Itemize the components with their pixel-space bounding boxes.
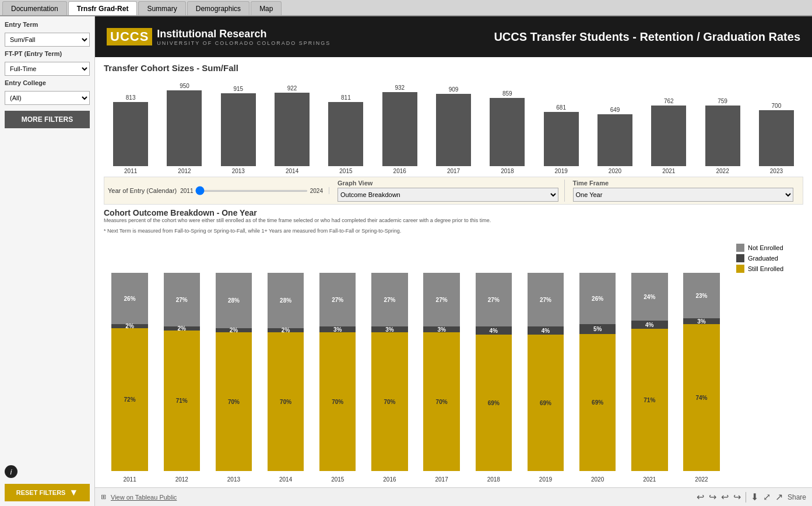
cohort-bar-group: 759 2022	[695, 98, 749, 174]
outcome-title: Cohort Outcome Breakdown - One Year	[104, 208, 803, 217]
page-title: UCCS Transfer Students - Retention / Gra…	[494, 30, 800, 44]
entry-term-label: Entry Term	[5, 21, 90, 28]
funnel-icon: ▼	[69, 487, 78, 498]
cohort-bar[interactable]	[705, 106, 740, 166]
forward-icon[interactable]: ↪	[733, 491, 741, 503]
seg-not-enrolled: 26%	[111, 273, 147, 324]
outcome-bar-group: 27% 4% 69% 2018	[467, 273, 519, 483]
more-filters-button[interactable]: MORE FILTERS	[5, 111, 90, 128]
seg-graduated: 2%	[268, 328, 304, 332]
entry-term-select[interactable]: Sum/Fall	[5, 33, 90, 47]
seg-graduated: 2%	[111, 324, 147, 328]
seg-graduated: 3%	[371, 326, 407, 332]
cohort-bar[interactable]	[490, 98, 525, 166]
graph-view-select[interactable]: Outcome Breakdown Graduation Rate Retent…	[338, 188, 558, 202]
seg-not-enrolled: 28%	[268, 273, 304, 328]
stacked-bar[interactable]: 24% 4% 71%	[631, 273, 667, 475]
tab-summary[interactable]: Summary	[138, 1, 185, 15]
cohort-bar[interactable]	[167, 90, 202, 166]
year-start-label: 2011	[180, 188, 193, 194]
cohort-bar[interactable]	[759, 110, 794, 166]
cohort-bar-group: 700 2023	[750, 103, 803, 174]
cohort-bar[interactable]	[275, 93, 310, 166]
header: UCCS Institutional Research UNIVERSITY O…	[95, 16, 812, 57]
cohort-chart: 813 2011 950 2012 915 2013 922 2014 811 …	[104, 75, 803, 174]
tab-demographics[interactable]: Demographics	[187, 1, 249, 15]
year-end-label: 2024	[310, 188, 323, 194]
seg-not-enrolled: 26%	[579, 273, 616, 324]
cohort-bar[interactable]	[221, 93, 256, 166]
cohort-bar[interactable]	[113, 102, 148, 166]
expand-icon[interactable]: ⤢	[763, 491, 771, 503]
year-range-section: Year of Entry (Calendar) 2011 2024	[108, 187, 329, 194]
seg-graduated: 4%	[631, 321, 667, 329]
cohort-bar-group: 649 2020	[588, 107, 642, 174]
redo-icon[interactable]: ↪	[709, 491, 716, 503]
stacked-bar[interactable]: 28% 2% 70%	[216, 273, 252, 475]
year-range-slider[interactable]	[195, 190, 307, 192]
seg-graduated: 2%	[164, 326, 200, 331]
sidebar: Entry Term Sum/Fall FT-PT (Entry Term) F…	[0, 16, 95, 506]
stacked-bar[interactable]: 26% 5% 69%	[579, 273, 616, 475]
legend-not-enrolled-label: Not Enrolled	[748, 244, 783, 251]
outcome-section: Cohort Outcome Breakdown - One Year Meas…	[104, 208, 803, 483]
cohort-bar[interactable]	[544, 112, 579, 166]
cohort-bar[interactable]	[651, 106, 686, 166]
seg-graduated: 5%	[579, 324, 616, 334]
time-frame-select[interactable]: One Year Two Year Three Year Four Year F…	[573, 188, 794, 202]
seg-not-enrolled: 23%	[683, 273, 719, 318]
tableau-link[interactable]: View on Tableau Public	[111, 494, 177, 501]
uccs-logo: UCCS	[107, 28, 152, 45]
tab-trnsfr-grad-ret[interactable]: Trnsfr Grad-Ret	[68, 1, 138, 15]
outcome-bar-group: 23% 3% 74% 2022	[676, 273, 727, 483]
seg-still-enrolled: 70%	[319, 332, 356, 471]
cohort-bar-group: 950 2012	[157, 83, 211, 174]
cohort-bar-group: 915 2013	[212, 86, 265, 174]
stacked-bar[interactable]: 27% 4% 69%	[528, 273, 564, 475]
stacked-bar[interactable]: 23% 3% 74%	[683, 273, 719, 475]
cohort-bar-group: 762 2021	[642, 98, 695, 174]
stacked-bar[interactable]: 27% 4% 69%	[476, 273, 512, 475]
seg-still-enrolled: 69%	[528, 335, 564, 471]
ft-pt-label: FT-PT (Entry Term)	[5, 50, 90, 57]
cohort-bar[interactable]	[382, 92, 417, 166]
seg-still-enrolled: 69%	[476, 335, 512, 471]
seg-graduated: 4%	[476, 326, 512, 335]
seg-not-enrolled: 27%	[319, 273, 356, 326]
cohort-bar[interactable]	[328, 102, 363, 166]
info-icon[interactable]: i	[5, 465, 17, 478]
cohort-bar[interactable]	[436, 94, 471, 166]
legend-still-enrolled-box	[736, 265, 744, 273]
entry-college-select[interactable]: (All)	[5, 91, 90, 105]
stacked-bar[interactable]: 27% 2% 71%	[164, 273, 200, 475]
undo-icon[interactable]: ↩	[697, 491, 704, 503]
cohort-chart-title: Transfer Cohort Sizes - Sum/Fall	[104, 63, 803, 73]
share-label[interactable]: Share	[788, 493, 806, 501]
controls-row: Year of Entry (Calendar) 2011 2024 Graph…	[104, 177, 803, 205]
back-icon[interactable]: ↩	[721, 491, 729, 503]
tab-documentation[interactable]: Documentation	[2, 1, 67, 15]
seg-graduated: 2%	[216, 328, 252, 332]
reset-filters-button[interactable]: RESET FILTERS ▼	[5, 484, 90, 501]
stacked-bar[interactable]: 27% 3% 70%	[371, 273, 407, 475]
ft-pt-select[interactable]: Full-Time	[5, 62, 90, 76]
legend-graduated: Graduated	[736, 254, 795, 262]
outcome-bar-group: 27% 3% 70% 2017	[416, 273, 467, 483]
outcome-bar-group: 28% 2% 70% 2014	[260, 273, 312, 483]
graph-view-label: Graph View	[338, 180, 558, 187]
stacked-bar[interactable]: 27% 3% 70%	[319, 273, 356, 475]
stacked-bar[interactable]: 28% 2% 70%	[268, 273, 304, 475]
cohort-bar[interactable]	[597, 114, 632, 166]
seg-not-enrolled: 28%	[216, 273, 252, 328]
share-icon[interactable]: ↗	[775, 491, 783, 503]
legend-not-enrolled-box	[736, 244, 744, 252]
download-icon[interactable]: ⬇	[751, 491, 758, 503]
stacked-bar[interactable]: 26% 2% 72%	[111, 273, 147, 475]
seg-still-enrolled: 71%	[164, 331, 200, 471]
divider	[746, 492, 746, 503]
stacked-bar[interactable]: 27% 3% 70%	[423, 273, 459, 475]
outcome-bar-group: 27% 3% 70% 2015	[312, 273, 364, 483]
outcome-bar-group: 27% 4% 69% 2019	[519, 273, 571, 483]
cohort-bar-group: 932 2016	[373, 85, 427, 174]
tab-map[interactable]: Map	[251, 1, 282, 15]
